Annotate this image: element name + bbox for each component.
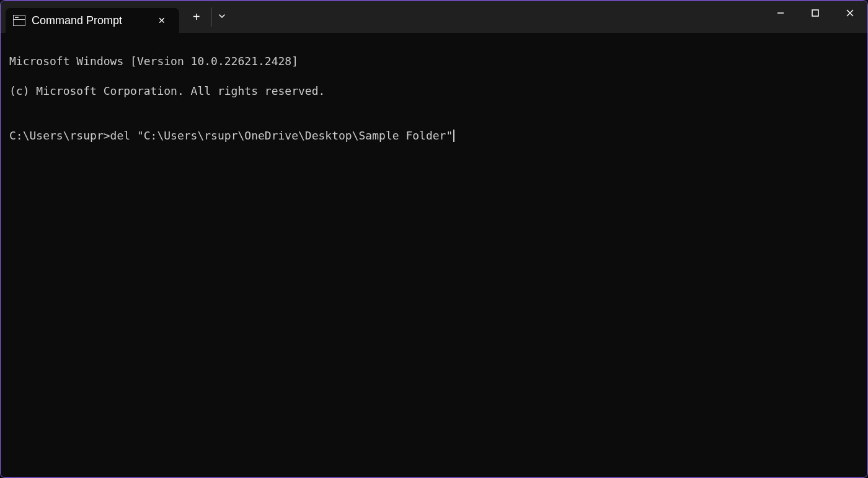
titlebar: Command Prompt ✕ + — [1, 1, 867, 33]
svg-rect-1 — [812, 10, 818, 16]
minimize-icon — [776, 9, 785, 17]
tab-close-button[interactable]: ✕ — [154, 13, 169, 28]
output-line-version: Microsoft Windows [Version 10.0.22621.24… — [9, 54, 859, 69]
window-controls — [763, 1, 867, 25]
output-line-copyright: (c) Microsoft Corporation. All rights re… — [9, 84, 859, 99]
cmd-icon — [13, 15, 25, 26]
close-icon — [846, 9, 854, 17]
tab-dropdown-button[interactable] — [211, 7, 232, 27]
command-input[interactable]: del "C:\Users\rsupr\OneDrive\Desktop\Sam… — [110, 128, 453, 143]
close-button[interactable] — [833, 1, 867, 25]
prompt-line: C:\Users\rsupr>del "C:\Users\rsupr\OneDr… — [9, 128, 859, 143]
chevron-down-icon — [218, 12, 226, 20]
maximize-icon — [811, 9, 820, 17]
minimize-button[interactable] — [763, 1, 798, 25]
terminal-tab[interactable]: Command Prompt ✕ — [6, 8, 179, 33]
terminal-output[interactable]: Microsoft Windows [Version 10.0.22621.24… — [1, 33, 867, 164]
maximize-button[interactable] — [798, 1, 833, 25]
new-tab-button[interactable]: + — [184, 5, 209, 29]
tab-title: Command Prompt — [32, 14, 148, 27]
text-cursor — [453, 130, 454, 142]
prompt-path: C:\Users\rsupr> — [9, 128, 110, 143]
